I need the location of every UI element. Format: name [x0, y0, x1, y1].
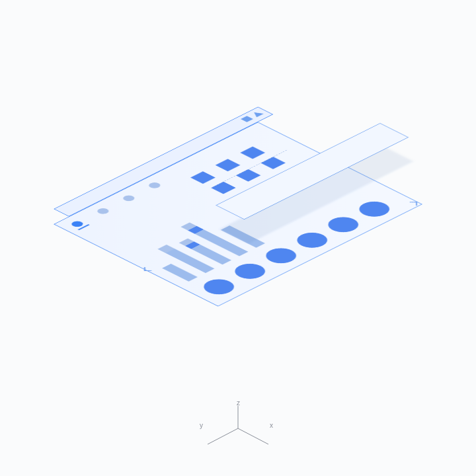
avatar-circle-icon[interactable] — [198, 276, 240, 298]
avatar-circle-icon[interactable] — [260, 245, 302, 266]
svg-line-2 — [238, 428, 268, 444]
avatar-circle-icon[interactable] — [353, 198, 395, 219]
tab-1[interactable] — [68, 219, 90, 230]
window-controls — [241, 110, 264, 122]
grid-item[interactable] — [216, 159, 241, 171]
tab-3[interactable] — [120, 194, 141, 204]
bar-segment — [179, 239, 194, 246]
tab-indicator-icon — [69, 220, 85, 228]
tab-4[interactable] — [145, 180, 167, 191]
axis-gizmo: z y x — [198, 402, 278, 450]
chevron-right-icon[interactable] — [410, 202, 417, 206]
avatar-circle-icon[interactable] — [291, 229, 333, 251]
tab-2[interactable] — [94, 206, 116, 217]
axis-gizmo-icon — [198, 402, 278, 450]
chevron-left-icon[interactable] — [144, 267, 151, 271]
bar-segment — [166, 249, 215, 273]
tab-underline — [77, 224, 89, 230]
maximize-icon[interactable] — [241, 116, 253, 122]
bar-segment — [180, 222, 196, 230]
grid-item[interactable] — [190, 171, 216, 184]
grid-item[interactable] — [260, 157, 286, 169]
grid-item[interactable] — [236, 169, 261, 182]
bar-col — [157, 245, 214, 273]
axis-label-x: x — [270, 422, 274, 429]
bar-col — [179, 239, 231, 265]
bar-segment — [188, 226, 204, 234]
grid-item[interactable] — [211, 182, 236, 194]
grid-item[interactable] — [240, 147, 265, 159]
svg-line-1 — [208, 428, 238, 444]
bar-segment — [191, 245, 231, 264]
axis-label-y: y — [200, 422, 204, 429]
avatar-circle-icon[interactable] — [322, 214, 364, 235]
bar-stack — [179, 239, 231, 265]
bar-segment — [157, 245, 175, 253]
bar — [162, 264, 198, 282]
bar-segment — [185, 241, 200, 249]
axis-label-z: z — [237, 399, 241, 407]
expand-icon[interactable] — [251, 110, 264, 117]
avatar-circle-icon[interactable] — [229, 260, 271, 282]
bar-stack — [157, 245, 214, 273]
bar-col — [162, 264, 198, 282]
